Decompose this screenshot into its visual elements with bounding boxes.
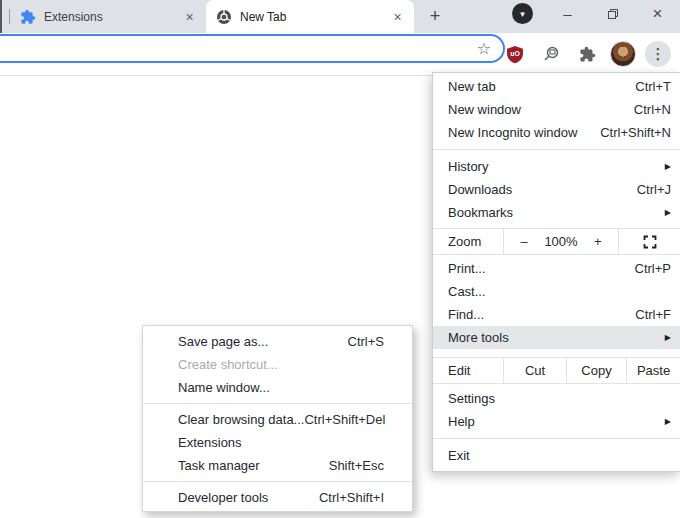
shortcut: Ctrl+P [635, 261, 671, 276]
submenu-arrow-icon: ▶ [665, 162, 671, 171]
restore-button[interactable] [590, 0, 635, 27]
menu-item-new-incognito-window[interactable]: New Incognito window Ctrl+Shift+N [433, 121, 680, 144]
paste-button[interactable]: Paste [626, 358, 680, 383]
tab-extensions[interactable]: Extensions × [10, 0, 206, 33]
zoom-controls: – 100% + [503, 229, 618, 254]
shortcut: Ctrl+Shift+N [600, 125, 671, 140]
zoom-label: Zoom [433, 229, 503, 254]
tab-close-icon[interactable]: × [181, 8, 198, 25]
menu-item-new-tab[interactable]: New tab Ctrl+T [433, 75, 680, 98]
shortcut: Ctrl+S [348, 334, 384, 349]
shortcut: Ctrl+N [634, 102, 671, 117]
shortcut: Ctrl+Shift+I [319, 490, 384, 505]
ublock-origin-extension-icon[interactable]: uO [506, 45, 524, 63]
zoom-in-button[interactable]: + [589, 234, 607, 249]
profile-avatar[interactable] [610, 41, 636, 67]
zoom-value: 100% [544, 234, 577, 249]
submenu-separator [143, 403, 412, 404]
puzzle-extension-favicon-icon [20, 9, 36, 25]
tab-title: Extensions [44, 10, 181, 24]
submenu-item-extensions[interactable]: Extensions [143, 431, 412, 454]
submenu-arrow-icon: ▶ [665, 333, 671, 342]
submenu-separator [143, 481, 412, 482]
menu-item-find[interactable]: Find... Ctrl+F [433, 303, 680, 326]
menu-item-history[interactable]: History ▶ [433, 155, 680, 178]
toolbar-icons: uO ⋮ [497, 33, 675, 75]
cut-button[interactable]: Cut [503, 358, 566, 383]
submenu-arrow-icon: ▶ [665, 417, 671, 426]
shortcut: Ctrl+Shift+Del [304, 412, 385, 427]
shortcut: Ctrl+J [637, 182, 671, 197]
menu-item-bookmarks[interactable]: Bookmarks ▶ [433, 201, 680, 224]
menu-item-new-window[interactable]: New window Ctrl+N [433, 98, 680, 121]
submenu-item-clear-browsing-data[interactable]: Clear browsing data... Ctrl+Shift+Del [143, 408, 412, 431]
menu-dots-button[interactable]: ⋮ [645, 41, 671, 67]
menu-item-more-tools[interactable]: More tools ▶ [433, 326, 680, 349]
copy-button[interactable]: Copy [566, 358, 626, 383]
toolbar: ☆ uO ⋮ [0, 33, 680, 76]
tab-title: New Tab [240, 10, 389, 24]
menu-item-help[interactable]: Help ▶ [433, 410, 680, 433]
address-bar[interactable]: ☆ [0, 34, 505, 63]
browser-window: Extensions × New Tab × + ▾ – [0, 0, 680, 518]
zoom-out-button[interactable]: – [515, 234, 533, 249]
bookmark-star-icon[interactable]: ☆ [477, 41, 491, 57]
menu-item-exit[interactable]: Exit [433, 444, 680, 467]
submenu-item-developer-tools[interactable]: Developer tools Ctrl+Shift+I [143, 486, 412, 509]
edit-label: Edit [433, 358, 503, 383]
media-controls-button[interactable]: ▾ [512, 3, 533, 24]
menu-item-downloads[interactable]: Downloads Ctrl+J [433, 178, 680, 201]
submenu-item-create-shortcut: Create shortcut... [143, 353, 412, 376]
window-controls: ▾ – × [512, 0, 680, 27]
fullscreen-icon [643, 235, 657, 249]
tab-strip: Extensions × New Tab × + ▾ – [0, 0, 680, 33]
menu-item-print[interactable]: Print... Ctrl+P [433, 257, 680, 280]
window-edge [0, 0, 2, 33]
tab-new-tab[interactable]: New Tab × [206, 0, 414, 33]
tab-close-icon[interactable]: × [389, 8, 406, 25]
submenu-item-task-manager[interactable]: Task manager Shift+Esc [143, 454, 412, 477]
menu-separator [433, 149, 680, 150]
extensions-menu-puzzle-icon[interactable] [578, 45, 596, 63]
submenu-arrow-icon: ▶ [665, 208, 671, 217]
submenu-item-save-page-as[interactable]: Save page as... Ctrl+S [143, 330, 412, 353]
submenu-item-name-window[interactable]: Name window... [143, 376, 412, 399]
shortcut: Ctrl+F [635, 307, 671, 322]
more-tools-submenu: Save page as... Ctrl+S Create shortcut..… [142, 325, 413, 512]
fullscreen-button[interactable] [618, 229, 680, 254]
chromium-favicon-icon [216, 9, 232, 25]
close-window-button[interactable]: × [635, 0, 680, 27]
menu-item-settings[interactable]: Settings [433, 387, 680, 410]
page-preview-extension-icon[interactable] [542, 45, 560, 63]
menu-zoom-row: Zoom – 100% + [433, 228, 680, 255]
restore-icon [607, 8, 619, 20]
shortcut: Shift+Esc [329, 458, 384, 473]
menu-separator [433, 438, 680, 439]
new-tab-button[interactable]: + [422, 3, 448, 29]
svg-text:uO: uO [510, 50, 520, 57]
menu-edit-row: Edit Cut Copy Paste [433, 357, 680, 384]
chrome-menu: New tab Ctrl+T New window Ctrl+N New Inc… [432, 72, 680, 472]
shortcut: Ctrl+T [635, 79, 671, 94]
menu-item-cast[interactable]: Cast... [433, 280, 680, 303]
minimize-button[interactable]: – [545, 0, 590, 27]
